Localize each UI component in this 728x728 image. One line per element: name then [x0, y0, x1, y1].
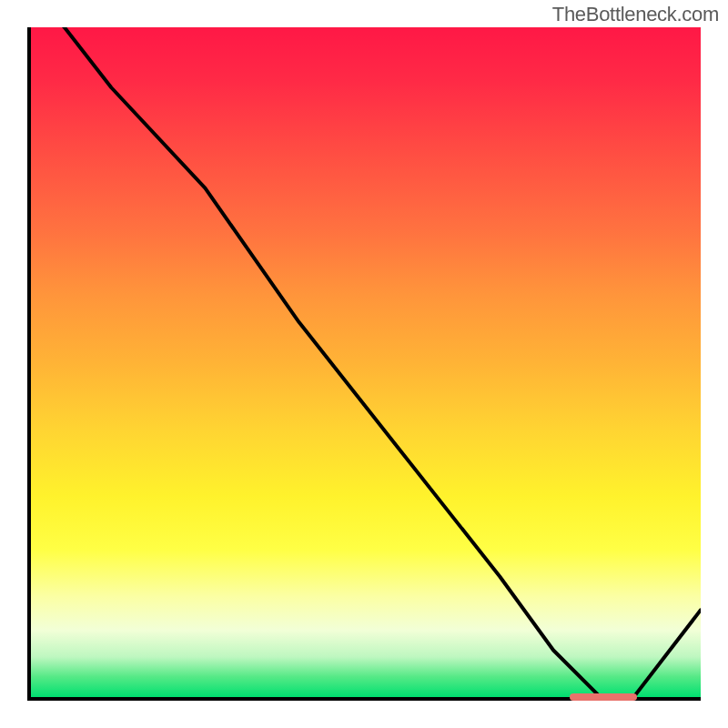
- chart-plot-area: [27, 27, 701, 701]
- chart-line-series: [31, 27, 701, 697]
- watermark-text: TheBottleneck.com: [552, 3, 719, 26]
- chart-curve-svg: [31, 27, 701, 697]
- chart-min-marker: [570, 693, 637, 701]
